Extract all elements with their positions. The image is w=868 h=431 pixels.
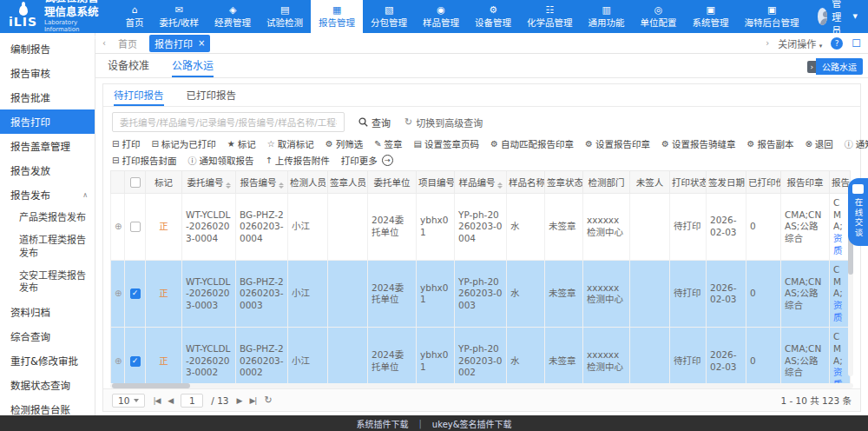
search-input[interactable] (112, 112, 345, 132)
advanced-search-toggle[interactable]: ↻ 切换到高级查询 (404, 116, 483, 129)
online-chat-button[interactable]: 在线交谈 (848, 178, 868, 246)
row-checkbox[interactable] (130, 222, 141, 232)
sort-icon[interactable] (497, 182, 503, 189)
toolbar-print-more-button[interactable]: 打印更多→ (341, 154, 393, 167)
table-row[interactable]: ⊕✓正WT-YCLDL-20260203-0002BG-PHZ-20260203… (111, 328, 851, 383)
ukey-plugin-download-link[interactable]: ukey&签名插件下载 (432, 417, 512, 430)
table-row[interactable]: ⊕正WT-YCLDL-20260203-0004BG-PHZ-20260203-… (111, 194, 851, 261)
sidebar-item-报告发放[interactable]: 报告发放 (0, 158, 95, 182)
collapse-arrow-icon[interactable]: › (807, 61, 816, 73)
toolbar-unmark-button[interactable]: ☆取消标记 (267, 137, 314, 150)
toolbar-sign-page-button[interactable]: ▤设置签章页码 (414, 137, 479, 150)
highway-badge[interactable]: 公路水运 (816, 58, 863, 75)
row-checkbox[interactable]: ✓ (130, 356, 141, 367)
sidebar-item-报告打印[interactable]: 报告打印 (0, 109, 95, 134)
horizontal-scrollbar[interactable] (110, 383, 853, 388)
nav-item-system[interactable]: ▣系统管理 (685, 0, 737, 33)
chevron-up-icon: ∧ (82, 191, 88, 199)
toolbar-report-copy-button[interactable]: ⚙报告副本 (746, 137, 793, 150)
cell-unsigned (630, 194, 670, 261)
tab-report-print[interactable]: 报告打印 × (149, 35, 210, 52)
user-menu[interactable]: 管理员 ▼ (807, 0, 868, 33)
tab-公路水运[interactable]: 公路水运 (172, 54, 214, 77)
toolbar-set-seal-button[interactable]: ⚙设置报告印章 (585, 137, 650, 150)
sidebar-item-综合查询[interactable]: 综合查询 (0, 324, 95, 348)
toolbar-column-filter-button[interactable]: ⚙列筛选 (326, 137, 363, 150)
row-checkbox[interactable]: ✓ (130, 288, 141, 299)
refresh-icon[interactable]: ↻ (264, 395, 272, 406)
select-all-checkbox[interactable] (130, 177, 141, 188)
sidebar-item-产品类报告发布[interactable]: 产品类报告发布 (0, 207, 95, 229)
cell-client: 2024委托单位 (368, 261, 417, 328)
entrust-icon: ✉ (175, 5, 183, 15)
sidebar-item-报告批准[interactable]: 报告批准 (0, 85, 95, 109)
nav-item-general[interactable]: ▥通用功能 (581, 0, 633, 33)
col-report_no[interactable]: 报告编号 (236, 171, 288, 194)
tab-设备校准[interactable]: 设备校准 (108, 54, 149, 77)
nav-item-funds[interactable]: ◈经费管理 (207, 0, 259, 33)
toolbar-print-button[interactable]: ⊟打印 (112, 137, 140, 150)
sidebar-item-道桥工程类报告发布[interactable]: 道桥工程类报告发布 (0, 229, 95, 265)
select-all-checkbox-cell[interactable] (125, 171, 146, 194)
tab-home[interactable]: 首页 (113, 35, 142, 52)
sort-icon[interactable] (279, 182, 284, 189)
sidebar-item-资料归档[interactable]: 资料归档 (0, 300, 95, 324)
toolbar-set-cross-seal-button[interactable]: ⚙设置报告骑缝章 (661, 137, 735, 150)
query-button[interactable]: 查询 (358, 116, 391, 129)
sidebar-item-交安工程类报告发布[interactable]: 交安工程类报告发布 (0, 265, 95, 301)
cert-link[interactable]: 资质 (833, 367, 846, 383)
toolbar-return-button[interactable]: ⊗退回 (805, 137, 832, 150)
close-operations-dropdown[interactable]: 关闭操作 ▾ (778, 36, 822, 50)
page-size-select[interactable]: 10 (112, 394, 145, 408)
total-pages: / 13 (211, 395, 228, 406)
sidebar-item-报告发布[interactable]: 报告发布∧ (0, 182, 95, 207)
help-icon[interactable]: ? (831, 37, 843, 50)
nav-item-chemicals[interactable]: ☷化学品管理 (519, 0, 581, 33)
expand-row-icon[interactable]: ⊕ (115, 222, 122, 231)
cert-link[interactable]: 资质 (833, 300, 846, 323)
col-entrust_no[interactable]: 委托编号 (182, 171, 236, 194)
nav-item-testing[interactable]: ▤试验检测 (259, 0, 311, 33)
nav-item-unit-config[interactable]: ◎单位配置 (633, 0, 685, 33)
cert-link[interactable]: 资质 (833, 233, 846, 256)
prev-page-button[interactable]: ◀ (168, 396, 173, 405)
nav-item-home[interactable]: ⌂首页 (118, 0, 152, 33)
toolbar-notify-modify-button[interactable]: ⓘ通知修改委托 (845, 137, 868, 150)
next-page-button[interactable]: ▶ (237, 396, 242, 405)
nav-item-samples[interactable]: ◉样品管理 (415, 0, 467, 33)
nav-item-entrust[interactable]: ✉委托/收样 (152, 0, 207, 33)
funds-icon: ◈ (229, 5, 236, 15)
toolbar-print-cover-button[interactable]: ⊟打印报告封面 (112, 154, 176, 167)
first-page-button[interactable]: |◀ (153, 396, 160, 405)
fullscreen-icon[interactable]: ☐ (852, 37, 861, 50)
plugin-download-link[interactable]: 系统插件下载 (356, 417, 408, 430)
sidebar-item-数据状态查询[interactable]: 数据状态查询 (0, 373, 95, 397)
subtab-已打印报告[interactable]: 已打印报告 (187, 84, 237, 106)
toolbar-notify-pickup-button[interactable]: ⓘ通知领取报告 (187, 154, 253, 167)
toolbar-mark-button[interactable]: ★标记 (227, 137, 256, 150)
nav-item-reports[interactable]: ▦报告管理 (311, 0, 363, 33)
close-icon[interactable]: × (198, 38, 205, 48)
col-issue_date[interactable]: 签发日期 (707, 171, 746, 194)
col-project_no[interactable]: 项目编号 (417, 171, 455, 194)
sidebar-item-检测报告台账[interactable]: 检测报告台账 (0, 397, 95, 415)
expand-row-icon[interactable]: ⊕ (115, 356, 122, 366)
sort-icon[interactable] (226, 182, 231, 189)
tab-scroll-right[interactable]: › (766, 38, 769, 48)
toolbar-upload-attachment-button[interactable]: ↑上传报告附件 (265, 154, 329, 167)
page-input[interactable]: 1 (181, 394, 203, 408)
toolbar-auto-seal-button[interactable]: ⚙自动匹配报告印章 (490, 137, 574, 150)
nav-item-subcontract[interactable]: ▧分包管理 (363, 0, 415, 33)
expand-row-icon[interactable]: ⊕ (115, 288, 122, 298)
toolbar-mark-printed-button[interactable]: ⊟标记为已打印 (151, 137, 215, 150)
nav-item-equipment[interactable]: ⚙设备管理 (467, 0, 519, 33)
sidebar-item-报告审核[interactable]: 报告审核 (0, 61, 95, 85)
sidebar-item-重打&修改审批[interactable]: 重打&修改审批 (0, 348, 95, 373)
nav-item-backend[interactable]: ▣海特后台管理 (737, 0, 807, 33)
toolbar-sign-button[interactable]: ✎签章 (374, 137, 402, 150)
last-page-button[interactable]: ▶| (249, 396, 256, 405)
sidebar-item-报告盖章管理[interactable]: 报告盖章管理 (0, 134, 95, 158)
subtab-待打印报告[interactable]: 待打印报告 (114, 84, 164, 106)
col-sample_no[interactable]: 样品编号 (455, 171, 507, 194)
table-row[interactable]: ⊕✓正WT-YCLDL-20260203-0003BG-PHZ-20260203… (111, 261, 851, 328)
